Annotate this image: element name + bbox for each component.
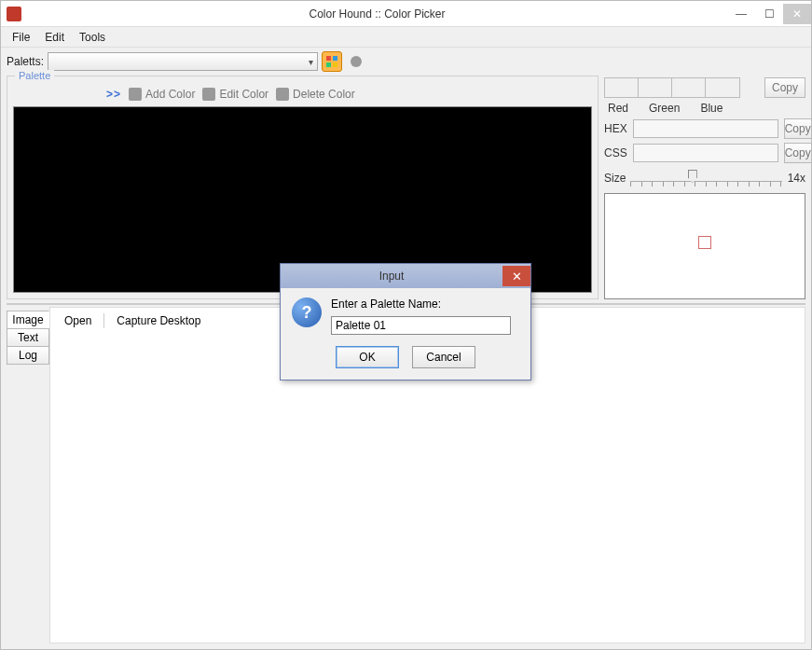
hex-input[interactable] [633,119,778,138]
copy-rgb-button[interactable]: Copy [764,77,805,98]
dialog-prompt: Enter a Palette Name: [331,297,519,311]
ok-button[interactable]: OK [336,346,399,368]
close-button[interactable]: ✕ [783,4,811,24]
dialog-close-button[interactable]: ✕ [502,266,530,286]
copy-css-button[interactable]: Copy [784,143,812,163]
palette-name-input[interactable] [331,316,511,335]
maximize-button[interactable]: ☐ [755,4,783,24]
input-dialog: Input ✕ ? Enter a Palette Name: OK Cance… [280,263,531,380]
swatch-mix[interactable] [706,78,739,97]
svg-point-4 [351,56,362,67]
zoom-slider[interactable] [630,167,782,189]
minimize-button[interactable]: — [727,4,755,24]
css-input[interactable] [633,144,778,162]
edit-color-button[interactable]: Edit Color [202,88,268,101]
eyedropper-button[interactable] [346,51,366,72]
menu-file[interactable]: File [5,29,37,46]
cancel-button[interactable]: Cancel [412,346,475,368]
copy-hex-button[interactable]: Copy [784,118,812,139]
palette-group-title: Palette [15,70,54,81]
menu-tools[interactable]: Tools [72,29,113,46]
palette-select[interactable]: ▾ [48,52,318,71]
green-label: Green [649,102,680,115]
tab-image[interactable]: Image [7,311,49,329]
swatch-red[interactable] [605,78,639,97]
open-button[interactable]: Open [56,311,100,330]
swatch-blue[interactable] [672,78,706,97]
chevron-down-icon: ▾ [309,57,313,67]
paletts-label: Paletts: [7,55,44,68]
window-title: Color Hound :: Color Picker [27,7,727,21]
color-swatches [604,77,740,98]
add-color-button[interactable]: Add Color [129,88,195,101]
palette-expand-icon[interactable]: >> [106,88,121,101]
swatch-green[interactable] [639,78,672,97]
zoom-value: 14x [788,172,805,185]
svg-rect-3 [333,62,337,67]
red-label: Red [608,102,628,115]
edit-color-label: Edit Color [219,88,268,101]
hex-label: HEX [604,122,627,135]
add-color-label: Add Color [145,88,195,101]
paint-icon [129,88,142,101]
paint-icon [276,88,289,101]
blue-label: Blue [700,102,723,115]
paint-icon [202,88,215,101]
crosshair-icon [698,236,711,249]
app-icon [7,7,21,21]
dialog-title: Input [281,270,502,283]
size-label: Size [604,172,630,185]
menu-edit[interactable]: Edit [37,29,72,46]
new-palette-button[interactable] [322,51,342,72]
delete-color-label: Delete Color [293,88,355,101]
tab-text[interactable]: Text [7,328,49,347]
slider-thumb-icon[interactable] [688,170,697,183]
tab-log[interactable]: Log [7,346,49,365]
magnifier-preview [604,193,805,299]
capture-desktop-button[interactable]: Capture Desktop [108,311,209,330]
svg-rect-0 [326,56,331,61]
delete-color-button[interactable]: Delete Color [276,88,355,101]
css-label: CSS [604,146,627,159]
question-icon: ? [292,297,322,327]
svg-rect-2 [326,62,331,67]
svg-rect-1 [333,56,337,61]
